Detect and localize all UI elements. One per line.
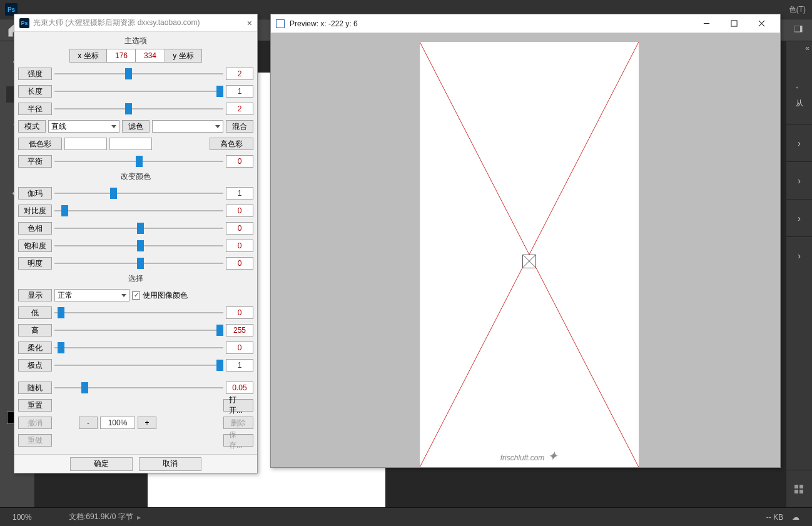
soft-value[interactable]: 0 [226, 341, 253, 354]
panel-expand-4[interactable]: › [786, 236, 812, 274]
panel-expand-1[interactable]: › [786, 124, 812, 161]
panel-expand-3[interactable]: › [786, 199, 812, 236]
zoom-level[interactable]: 100% [0, 513, 56, 522]
ok-button[interactable]: 确定 [70, 457, 133, 471]
dialog-title: 光束大师 (大猩猩摄影后期资源 dxxsy.taobao.com) [33, 18, 247, 28]
balance-label: 平衡 [18, 155, 52, 168]
zoom-in-button[interactable]: + [138, 417, 156, 429]
svg-rect-1 [800, 26, 802, 32]
highcolor-swatch[interactable] [109, 138, 152, 150]
random-slider[interactable] [54, 383, 223, 392]
radius-value[interactable]: 2 [226, 103, 253, 115]
dialog-titlebar[interactable]: Ps 光束大师 (大猩猩摄影后期资源 dxxsy.taobao.com) × [14, 14, 257, 32]
section-select-header: 选择 [18, 272, 253, 286]
saturation-label: 饱和度 [18, 240, 52, 252]
high-label: 高 [18, 324, 52, 336]
panel-collapse-icon[interactable]: « [786, 41, 812, 55]
redo-button[interactable]: 重做 [18, 434, 52, 447]
layers-panel-icon[interactable] [786, 470, 812, 507]
file-size: -- KB [766, 513, 783, 522]
balance-slider[interactable] [54, 157, 223, 166]
gamma-value[interactable]: 1 [226, 187, 253, 200]
high-value[interactable]: 255 [226, 324, 253, 336]
minimize-button[interactable] [693, 14, 720, 33]
highcolor-label: 高色彩 [210, 138, 253, 150]
doc-info-chevron-icon[interactable]: ▸ [137, 513, 141, 522]
delete-button[interactable]: 删除 [223, 417, 253, 429]
sync-icon[interactable]: ☁ [792, 513, 799, 522]
gamma-slider[interactable] [54, 189, 223, 198]
intensity-slider[interactable] [54, 69, 223, 78]
saturation-slider[interactable] [54, 241, 223, 250]
pole-slider[interactable] [54, 361, 223, 370]
section-color-header: 改变颜色 [18, 170, 253, 185]
low-label: 低 [18, 306, 52, 319]
use-image-color-label: 使用图像颜色 [143, 290, 188, 301]
soft-label: 柔化 [18, 341, 52, 354]
mode-select[interactable]: 直线 [48, 120, 119, 133]
radius-label: 半径 [18, 103, 52, 115]
menu-overflow-fragment: 色(T) [785, 4, 809, 15]
side-text-fragment: 。从 [786, 55, 812, 124]
preview-document[interactable]: frischluft.com ✦ [420, 42, 639, 467]
soft-slider[interactable] [54, 343, 223, 352]
luminance-label: 明度 [18, 257, 52, 270]
hue-label: 色相 [18, 222, 52, 235]
dialog-close-button[interactable]: × [247, 18, 252, 28]
show-select[interactable]: 正常 [54, 289, 129, 301]
length-value[interactable]: 1 [226, 85, 253, 98]
balance-value[interactable]: 0 [226, 155, 253, 168]
dialog-button-bar: 确定 取消 [14, 454, 257, 473]
random-button[interactable]: 随机 [18, 382, 52, 394]
mix-button[interactable]: 混合 [226, 120, 253, 133]
pole-value[interactable]: 1 [226, 359, 253, 372]
ps-status-bar: 100% 文档:691.9K/0 字节 ▸ -- KB ☁ [0, 507, 812, 526]
cancel-button[interactable]: 取消 [139, 457, 201, 471]
preview-app-icon [276, 19, 285, 28]
high-slider[interactable] [54, 326, 223, 335]
section-main-header: 主选项 [18, 34, 253, 49]
zoom-value[interactable]: 100% [100, 417, 135, 429]
lowcolor-swatch[interactable] [64, 138, 107, 150]
plugin-dialog: Ps 光束大师 (大猩猩摄影后期资源 dxxsy.taobao.com) × 主… [14, 14, 258, 473]
low-slider[interactable] [54, 308, 223, 317]
open-button[interactable]: 打开... [223, 399, 253, 412]
random-value[interactable]: 0.05 [226, 382, 253, 394]
show-label: 显示 [18, 289, 52, 301]
hue-value[interactable]: 0 [226, 222, 253, 235]
preview-titlebar[interactable]: Preview: x: -222 y: 6 [271, 14, 780, 33]
reset-button[interactable]: 重置 [18, 399, 52, 412]
contrast-value[interactable]: 0 [226, 205, 253, 217]
doc-info[interactable]: 文档:691.9K/0 字节 [56, 512, 133, 522]
undo-button[interactable]: 撤消 [18, 417, 52, 429]
use-image-color-checkbox[interactable] [132, 291, 140, 300]
luminance-value[interactable]: 0 [226, 257, 253, 270]
ps-right-panel[interactable]: « 。从 › › › › [786, 41, 812, 507]
saturation-value[interactable]: 0 [226, 240, 253, 252]
filter-select[interactable] [152, 120, 223, 133]
radius-slider[interactable] [54, 104, 223, 113]
x-coord-value[interactable]: 176 [106, 49, 136, 63]
save-button[interactable]: 保存... [223, 434, 253, 447]
preview-canvas[interactable]: frischluft.com ✦ [271, 33, 780, 467]
length-label: 长度 [18, 85, 52, 98]
contrast-slider[interactable] [54, 206, 223, 215]
pole-label: 极点 [18, 359, 52, 372]
length-slider[interactable] [54, 87, 223, 96]
luminance-slider[interactable] [54, 259, 223, 268]
zoom-out-button[interactable]: - [79, 417, 98, 429]
workspace-switcher-icon[interactable] [794, 26, 806, 35]
hue-slider[interactable] [54, 224, 223, 233]
intensity-value[interactable]: 2 [226, 68, 253, 80]
panel-expand-2[interactable]: › [786, 161, 812, 199]
lowcolor-label: 低色彩 [18, 138, 62, 150]
close-button[interactable] [748, 14, 775, 33]
x-coord-label[interactable]: x 坐标 [69, 49, 107, 63]
y-coord-value[interactable]: 334 [135, 49, 165, 63]
filter-label: 滤色 [122, 120, 150, 133]
y-coord-label[interactable]: y 坐标 [165, 49, 202, 63]
center-marker-icon[interactable] [522, 255, 536, 268]
maximize-button[interactable] [720, 14, 748, 33]
low-value[interactable]: 0 [226, 306, 253, 319]
contrast-label: 对比度 [18, 205, 52, 217]
